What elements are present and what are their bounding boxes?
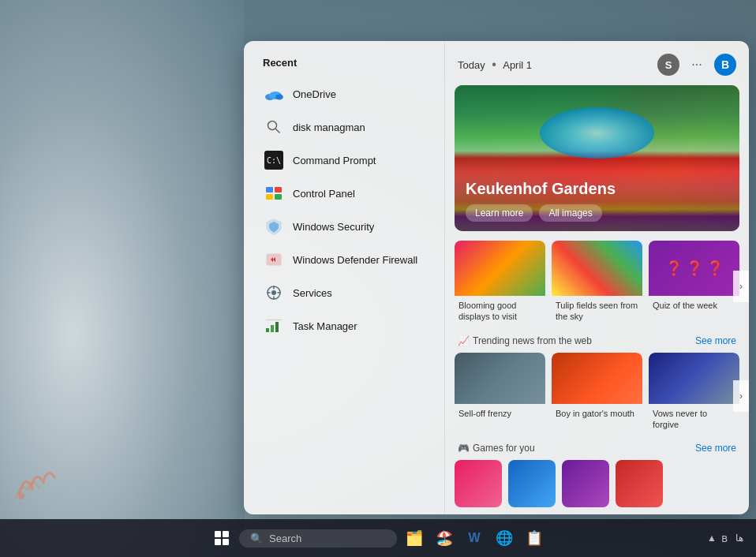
thumb-quiz[interactable]: ❓ ❓ ❓ Quiz of the week — [649, 241, 739, 323]
news-date-area: Today • April 1 — [458, 58, 532, 72]
recent-item-taskmanager[interactable]: Task Manager — [256, 310, 432, 342]
chrome-icon[interactable]: 🌐 — [492, 525, 517, 551]
search-icon — [264, 118, 283, 136]
learn-more-button[interactable]: Learn more — [466, 204, 533, 222]
news-card-vows[interactable]: Vows never to forgive — [649, 353, 739, 431]
hero-image[interactable]: Keukenhof Gardens Learn more All images — [455, 85, 739, 231]
news-label-vows: Vows never to forgive — [649, 404, 739, 431]
news-card-selloff[interactable]: Sell-off frenzy — [455, 353, 545, 431]
recent-panel: Recent OneDrive disk managman — [244, 41, 445, 514]
taskbar-search-icon: 🔍 — [250, 533, 263, 544]
svg-rect-15 — [266, 320, 282, 320]
hero-overlay: Keukenhof Gardens Learn more All images — [455, 170, 739, 231]
notes-icon[interactable]: 📋 — [522, 525, 547, 551]
question-mark-2: ❓ — [686, 260, 703, 277]
news-header-right: S ··· B — [657, 54, 736, 76]
news-scroll-right-arrow[interactable]: › — [733, 380, 749, 412]
thumb-blooming[interactable]: Blooming good displays to visit — [455, 241, 545, 323]
windows-logo — [215, 531, 229, 545]
thumbnail-grid: Blooming good displays to visit Tulip fi… — [445, 241, 749, 332]
recent-item-controlpanel[interactable]: Control Panel — [256, 178, 432, 209]
all-images-button[interactable]: All images — [539, 204, 601, 222]
game-card-4[interactable] — [616, 460, 663, 507]
recent-item-label-onedrive: OneDrive — [293, 88, 336, 100]
taskbar-search-label: Search — [269, 533, 301, 544]
game-card-1[interactable] — [455, 460, 502, 507]
recent-item-label-firewall: Windows Defender Firewall — [293, 254, 417, 266]
news-card-gator[interactable]: Boy in gator's mouth — [552, 353, 642, 431]
svg-point-11 — [271, 290, 276, 295]
svg-rect-13 — [271, 325, 274, 332]
win-logo-br — [223, 539, 229, 545]
recent-item-firewall[interactable]: Windows Defender Firewall — [256, 244, 432, 275]
games-label: Games for you — [473, 443, 535, 454]
win-logo-tl — [215, 531, 221, 537]
start-button[interactable] — [209, 525, 234, 551]
user-avatar[interactable]: S — [657, 54, 679, 76]
taskbar: 🔍 Search 🗂️ 🏖️ W 🌐 📋 ▲ ʙ ها — [0, 519, 756, 557]
quiz-icons: ❓ ❓ ❓ — [665, 260, 724, 277]
game-card-3[interactable] — [562, 460, 609, 507]
recent-item-onedrive[interactable]: OneDrive — [256, 78, 432, 110]
question-mark-3: ❓ — [706, 260, 724, 277]
recent-item-label-cmd: Command Prompt — [293, 155, 376, 166]
bluetooth-icon[interactable]: ʙ — [718, 532, 731, 544]
trending-see-more[interactable]: See more — [695, 335, 736, 346]
recent-item-services[interactable]: Services — [256, 277, 432, 308]
thumb-blooming-label: Blooming good displays to visit — [455, 296, 545, 323]
recent-item-disk[interactable]: disk managman — [256, 111, 432, 143]
question-mark-1: ❓ — [665, 260, 683, 277]
app-logo — [12, 458, 75, 514]
scroll-right-arrow[interactable]: › — [733, 271, 749, 302]
news-label-selloff: Sell-off frenzy — [455, 404, 545, 419]
bing-button[interactable]: B — [714, 54, 736, 76]
recent-item-label-cp: Control Panel — [293, 188, 355, 200]
news-panel: Today • April 1 S ··· B Keukenhof Garden… — [445, 41, 749, 514]
svg-rect-14 — [275, 322, 279, 332]
system-tray: ▲ ʙ ها — [707, 532, 747, 544]
win-logo-tr — [223, 531, 229, 537]
thumb-tulip-img — [552, 241, 642, 296]
news-img-gator — [552, 353, 642, 404]
recent-title: Recent — [256, 57, 432, 69]
recent-item-winsecurity[interactable]: Windows Security — [256, 211, 432, 242]
hero-title: Keukenhof Gardens — [466, 180, 728, 198]
start-menu: Recent OneDrive disk managman — [244, 41, 749, 514]
svg-rect-6 — [275, 187, 282, 193]
taskbar-search[interactable]: 🔍 Search — [239, 529, 397, 548]
news-img-selloff — [455, 353, 545, 404]
thumbnail-section: Blooming good displays to visit Tulip fi… — [445, 241, 749, 332]
recent-item-label-winsecurity: Windows Security — [293, 221, 374, 233]
svg-point-17 — [29, 486, 34, 491]
thumb-tulip-label: Tulip fields seen from the sky — [552, 296, 642, 323]
taskbar-center: 🔍 Search 🗂️ 🏖️ W 🌐 📋 — [209, 525, 547, 551]
recent-item-cmd[interactable]: C:\ Command Prompt — [256, 144, 432, 176]
show-hidden-icons[interactable]: ▲ — [707, 533, 717, 544]
recent-item-label-taskmanager: Task Manager — [293, 320, 357, 332]
svg-rect-8 — [275, 194, 282, 200]
services-icon — [264, 283, 283, 302]
hero-buttons: Learn more All images — [466, 204, 728, 222]
file-explorer-icon[interactable]: 🗂️ — [402, 525, 427, 551]
games-title-area: 🎮 Games for you — [458, 443, 535, 454]
win-logo-bl — [215, 539, 221, 545]
word-icon[interactable]: W — [462, 525, 487, 551]
more-options-button[interactable]: ··· — [686, 54, 708, 76]
date-label: April 1 — [503, 59, 532, 71]
thumb-tulip[interactable]: Tulip fields seen from the sky — [552, 241, 642, 323]
news-grid: Sell-off frenzy Boy in gator's mouth Vow… — [445, 353, 749, 440]
recent-item-label-disk: disk managman — [293, 121, 365, 133]
game-card-2[interactable] — [508, 460, 556, 507]
thumb-blooming-img — [455, 241, 545, 296]
games-see-more[interactable]: See more — [695, 443, 736, 454]
taskmanager-icon — [264, 316, 283, 335]
language-indicator[interactable]: ها — [732, 533, 747, 544]
dot: • — [492, 58, 496, 71]
games-icon: 🎮 — [458, 443, 470, 454]
svg-rect-5 — [266, 187, 273, 193]
photos-icon[interactable]: 🏖️ — [432, 525, 457, 551]
trending-label: Trending news from the web — [473, 335, 592, 346]
svg-line-4 — [276, 129, 280, 133]
svg-rect-7 — [266, 194, 273, 200]
svg-point-3 — [268, 121, 277, 130]
